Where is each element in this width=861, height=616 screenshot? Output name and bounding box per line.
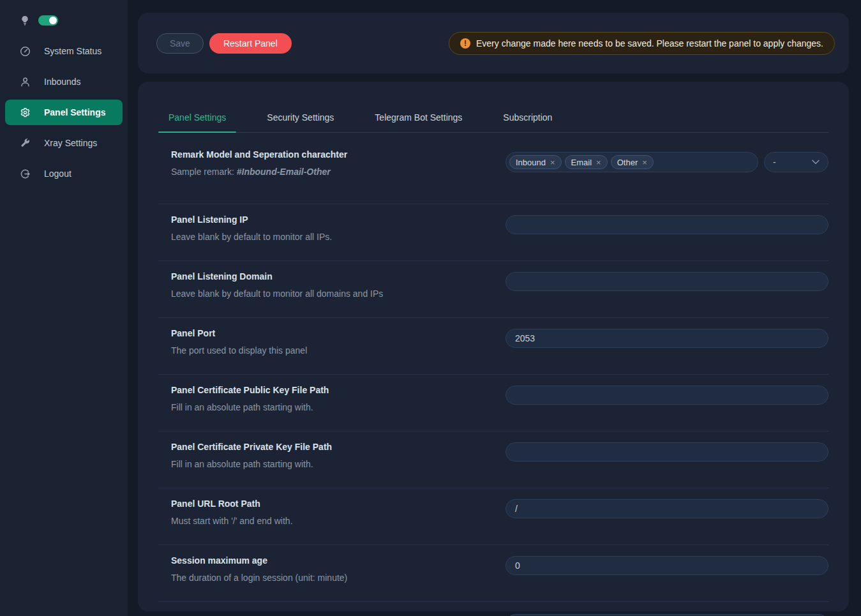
person-icon — [20, 77, 31, 87]
field-label: Session maximum age — [171, 555, 347, 566]
sidebar-item-label: Xray Settings — [44, 138, 97, 148]
wrench-icon — [20, 138, 31, 149]
hint-prefix: Sample remark: — [171, 167, 237, 177]
tab-label: Telegram Bot Settings — [375, 112, 462, 123]
app-root: System Status Inbounds — [0, 0, 861, 616]
tag-email: Email × — [565, 155, 608, 169]
form-row-session-max-age: Session maximum age The duration of a lo… — [158, 545, 828, 602]
field-label: Panel Listening IP — [171, 214, 332, 225]
form-row-panel-port: Panel Port The port used to display this… — [158, 318, 828, 375]
sidebar-item-label: Logout — [44, 169, 71, 179]
main-content: Save Restart Panel ! Every change made h… — [128, 0, 861, 616]
sidebar-item-label: Panel Settings — [44, 107, 105, 117]
gear-icon — [20, 107, 31, 118]
restart-panel-button[interactable]: Restart Panel — [209, 33, 292, 54]
save-button[interactable]: Save — [156, 33, 204, 54]
tab-security-settings[interactable]: Security Settings — [257, 103, 344, 132]
settings-card: Panel Settings Security Settings Telegra… — [138, 82, 849, 612]
sidebar: System Status Inbounds — [0, 0, 128, 616]
tag-label: Email — [571, 158, 592, 167]
sidebar-item-xray-settings[interactable]: Xray Settings — [0, 128, 128, 158]
separator-select[interactable]: - — [764, 152, 828, 172]
select-value: - — [773, 157, 776, 167]
panel-port-input[interactable] — [505, 329, 828, 348]
cert-private-key-path-input[interactable] — [505, 442, 828, 462]
warning-icon: ! — [460, 38, 470, 49]
unsaved-changes-alert: ! Every change made here needs to be sav… — [449, 32, 835, 55]
tab-label: Panel Settings — [168, 112, 226, 123]
field-label: Panel Listening Domain — [171, 271, 383, 282]
field-hint: Leave blank by default to monitor all do… — [171, 289, 383, 299]
url-root-path-input[interactable] — [505, 499, 828, 518]
form-row-listening-domain: Panel Listening Domain Leave blank by de… — [158, 261, 828, 318]
form-row-cert-private-key: Panel Certificate Private Key File Path … — [158, 432, 828, 488]
chevron-down-icon — [812, 160, 820, 165]
toolbar-card: Save Restart Panel ! Every change made h… — [138, 13, 849, 73]
field-hint: The port used to display this panel — [171, 345, 307, 356]
alert-text: Every change made here needs to be saved… — [476, 38, 823, 49]
field-hint: The duration of a login session (unit: m… — [171, 573, 347, 583]
logout-icon — [20, 169, 31, 179]
field-hint: Must start with '/' and end with. — [171, 516, 293, 526]
form-row-url-root-path: Panel URL Root Path Must start with '/' … — [158, 488, 828, 545]
sidebar-item-panel-settings[interactable]: Panel Settings — [5, 100, 123, 125]
sidebar-nav: System Status Inbounds — [0, 36, 128, 189]
tag-remove-icon[interactable]: × — [642, 158, 647, 167]
tab-bar: Panel Settings Security Settings Telegra… — [158, 82, 828, 133]
hint-sample: #Inbound-Email-Other — [237, 167, 331, 177]
tab-telegram-bot-settings[interactable]: Telegram Bot Settings — [364, 103, 472, 132]
tag-remove-icon[interactable]: × — [596, 158, 601, 167]
lightbulb-icon — [20, 15, 30, 26]
tab-panel-settings[interactable]: Panel Settings — [158, 103, 236, 132]
tag-inbound: Inbound × — [509, 155, 562, 169]
panel-listening-domain-input[interactable] — [505, 272, 828, 291]
field-label: Panel Certificate Private Key File Path — [171, 442, 332, 453]
field-label: Panel Port — [171, 328, 307, 339]
remark-tags-input[interactable]: Inbound × Email × Other × — [505, 152, 758, 172]
field-label: Panel Certificate Public Key File Path — [171, 385, 329, 396]
form-row-listening-ip: Panel Listening IP Leave blank by defaul… — [158, 204, 828, 261]
tab-label: Security Settings — [267, 112, 334, 123]
toggle-knob — [49, 17, 57, 24]
sidebar-item-inbounds[interactable]: Inbounds — [0, 66, 128, 97]
sidebar-item-logout[interactable]: Logout — [0, 158, 128, 189]
field-hint: Leave blank by default to monitor all IP… — [171, 232, 332, 242]
gauge-icon — [20, 46, 31, 57]
tag-label: Other — [617, 158, 638, 167]
field-hint: Fill in an absolute path starting with. — [171, 459, 332, 469]
theme-toggle-row — [0, 10, 128, 31]
toolbar-buttons: Save Restart Panel — [156, 33, 292, 54]
field-hint: Sample remark: #Inbound-Email-Other — [171, 167, 347, 177]
tag-label: Inbound — [516, 158, 546, 167]
dark-mode-toggle[interactable] — [38, 15, 58, 26]
form-row-cert-public-key: Panel Certificate Public Key File Path F… — [158, 375, 828, 432]
form-row-partial — [158, 602, 828, 616]
sidebar-item-label: Inbounds — [44, 77, 81, 87]
tab-subscription[interactable]: Subscription — [493, 103, 562, 132]
field-label: Remark Model and Seperation charachter — [171, 149, 347, 160]
cert-public-key-path-input[interactable] — [505, 386, 828, 405]
tag-other: Other × — [611, 155, 654, 169]
form-row-remark-model: Remark Model and Seperation charachter S… — [158, 133, 828, 204]
field-hint: Fill in an absolute path starting with. — [171, 402, 329, 412]
session-max-age-input[interactable] — [505, 556, 828, 575]
tab-label: Subscription — [503, 112, 552, 123]
field-label: Panel URL Root Path — [171, 499, 293, 509]
tag-remove-icon[interactable]: × — [550, 158, 555, 167]
sidebar-item-system-status[interactable]: System Status — [0, 36, 128, 66]
sidebar-item-label: System Status — [44, 46, 101, 56]
panel-listening-ip-input[interactable] — [505, 215, 828, 234]
